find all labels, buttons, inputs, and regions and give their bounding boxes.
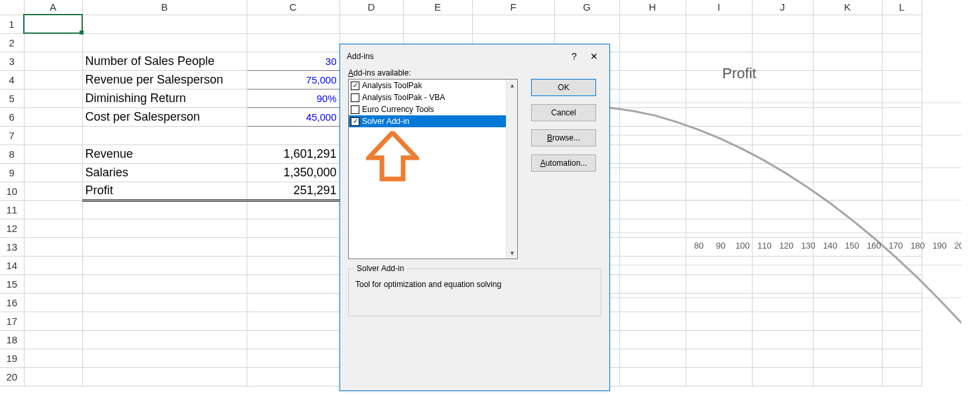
cell-K18[interactable]: [813, 330, 882, 349]
cell-B9[interactable]: Salaries: [82, 163, 247, 182]
cell-B14[interactable]: [82, 256, 247, 274]
col-header-K[interactable]: K: [813, 0, 882, 15]
row-header-16[interactable]: 16: [0, 293, 24, 312]
cell-A12[interactable]: [24, 219, 82, 237]
listbox-scrollbar[interactable]: ▲ ▼: [506, 80, 517, 259]
cell-L18[interactable]: [882, 330, 922, 349]
cell-A20[interactable]: [24, 367, 82, 386]
checkbox-icon[interactable]: ✓: [351, 117, 359, 126]
row-header-14[interactable]: 14: [0, 256, 24, 274]
cell-I19[interactable]: [686, 349, 752, 367]
cell-B20[interactable]: [82, 367, 247, 386]
close-icon[interactable]: ✕: [584, 51, 604, 62]
cell-C18[interactable]: [247, 330, 339, 349]
cell-A16[interactable]: [24, 293, 82, 312]
row-header-19[interactable]: 19: [0, 349, 24, 367]
cell-C10[interactable]: 251,291: [247, 182, 339, 200]
cell-A15[interactable]: [24, 274, 82, 293]
cell-B17[interactable]: [82, 312, 247, 330]
row-header-7[interactable]: 7: [0, 126, 24, 145]
row-header-20[interactable]: 20: [0, 367, 24, 386]
cell-C20[interactable]: [247, 367, 339, 386]
row-header-6[interactable]: 6: [0, 107, 24, 126]
row-header-1[interactable]: 1: [0, 15, 24, 33]
cell-B15[interactable]: [82, 274, 247, 293]
checkbox-icon[interactable]: [351, 105, 359, 114]
cell-C13[interactable]: [247, 237, 339, 256]
cell-A17[interactable]: [24, 312, 82, 330]
cancel-button[interactable]: Cancel: [531, 104, 596, 121]
cell-L1[interactable]: [882, 15, 922, 33]
cell-A11[interactable]: [24, 200, 82, 219]
cell-J19[interactable]: [752, 349, 813, 367]
corner-cell[interactable]: [0, 0, 24, 15]
cell-L2[interactable]: [882, 33, 922, 52]
cell-C5[interactable]: 90%: [247, 89, 339, 107]
browse-button[interactable]: Browse...: [531, 129, 596, 146]
col-header-A[interactable]: A: [24, 0, 82, 15]
cell-H19[interactable]: [619, 349, 686, 367]
cell-A3[interactable]: [24, 52, 82, 70]
cell-A13[interactable]: [24, 237, 82, 256]
cell-B3[interactable]: Number of Sales People: [82, 52, 247, 70]
row-header-11[interactable]: 11: [0, 200, 24, 219]
cell-A5[interactable]: [24, 89, 82, 107]
col-header-E[interactable]: E: [403, 0, 472, 15]
cell-K20[interactable]: [813, 367, 882, 386]
cell-C8[interactable]: 1,601,291: [247, 145, 339, 163]
col-header-H[interactable]: H: [619, 0, 686, 15]
cell-C2[interactable]: [247, 33, 339, 52]
cell-A10[interactable]: [24, 182, 82, 200]
cell-G1[interactable]: [554, 15, 619, 33]
col-header-I[interactable]: I: [686, 0, 752, 15]
cell-A7[interactable]: [24, 126, 82, 145]
cell-C1[interactable]: [247, 15, 339, 33]
row-header-8[interactable]: 8: [0, 145, 24, 163]
cell-A9[interactable]: [24, 163, 82, 182]
row-header-13[interactable]: 13: [0, 237, 24, 256]
col-header-L[interactable]: L: [882, 0, 922, 15]
cell-B2[interactable]: [82, 33, 247, 52]
cell-H18[interactable]: [619, 330, 686, 349]
row-header-15[interactable]: 15: [0, 274, 24, 293]
cell-H20[interactable]: [619, 367, 686, 386]
automation-button[interactable]: Automation...: [531, 154, 596, 172]
row-header-5[interactable]: 5: [0, 89, 24, 107]
cell-B16[interactable]: [82, 293, 247, 312]
cell-A14[interactable]: [24, 256, 82, 274]
cell-I1[interactable]: [686, 15, 752, 33]
cell-A8[interactable]: [24, 145, 82, 163]
col-header-G[interactable]: G: [554, 0, 619, 15]
dialog-titlebar[interactable]: Add-ins ? ✕: [340, 44, 609, 64]
cell-H2[interactable]: [619, 33, 686, 52]
cell-C7[interactable]: [247, 126, 339, 145]
cell-D1[interactable]: [339, 15, 403, 33]
cell-B4[interactable]: Revenue per Salesperson: [82, 70, 247, 89]
scroll-up-icon[interactable]: ▲: [507, 80, 518, 91]
cell-B5[interactable]: Diminishing Return: [82, 89, 247, 107]
cell-K19[interactable]: [813, 349, 882, 367]
cell-B11[interactable]: [82, 200, 247, 219]
row-header-9[interactable]: 9: [0, 163, 24, 182]
cell-B19[interactable]: [82, 349, 247, 367]
row-header-3[interactable]: 3: [0, 52, 24, 70]
cell-B13[interactable]: [82, 237, 247, 256]
col-header-D[interactable]: D: [339, 0, 403, 15]
row-header-12[interactable]: 12: [0, 219, 24, 237]
cell-A18[interactable]: [24, 330, 82, 349]
cell-A1[interactable]: [24, 15, 82, 33]
row-header-17[interactable]: 17: [0, 312, 24, 330]
addin-item-analysis-toolpak[interactable]: ✓Analysis ToolPak: [349, 80, 506, 91]
cell-B6[interactable]: Cost per Salesperson: [82, 107, 247, 126]
help-icon[interactable]: ?: [564, 51, 584, 62]
cell-C19[interactable]: [247, 349, 339, 367]
checkbox-icon[interactable]: [351, 93, 359, 102]
col-header-B[interactable]: B: [82, 0, 247, 15]
cell-J1[interactable]: [752, 15, 813, 33]
cell-I2[interactable]: [686, 33, 752, 52]
addin-item-analysis-toolpak-vba[interactable]: Analysis ToolPak - VBA: [349, 91, 506, 103]
row-header-4[interactable]: 4: [0, 70, 24, 89]
cell-B8[interactable]: Revenue: [82, 145, 247, 163]
cell-A2[interactable]: [24, 33, 82, 52]
cell-C9[interactable]: 1,350,000: [247, 163, 339, 182]
